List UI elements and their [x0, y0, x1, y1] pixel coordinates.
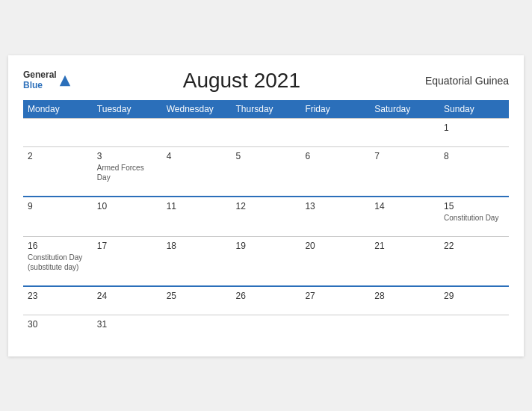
weekday-header-friday: Friday: [300, 100, 370, 119]
day-number: 13: [305, 201, 365, 211]
calendar-cell: [300, 315, 370, 343]
calendar-container: General Blue August 2021 Equatorial Guin…: [8, 55, 524, 356]
calendar-cell: 22: [439, 236, 509, 286]
day-number: 21: [374, 241, 435, 251]
day-number: 17: [97, 241, 158, 251]
calendar-cell: [162, 315, 232, 343]
calendar-cell: 18: [162, 236, 232, 286]
day-number: 20: [305, 241, 365, 251]
day-event: Constitution Day: [444, 213, 504, 223]
logo: General Blue: [23, 70, 72, 90]
calendar-cell: 15Constitution Day: [439, 197, 509, 237]
weekday-header-tuesday: Tuesday: [93, 100, 162, 119]
calendar-cell: 13: [300, 197, 370, 237]
calendar-row: 3031: [23, 315, 509, 343]
calendar-cell: [232, 118, 301, 146]
day-number: 10: [97, 201, 158, 211]
day-number: 18: [167, 241, 227, 251]
day-number: 7: [374, 151, 435, 161]
day-event: Armed Forces Day: [97, 163, 158, 182]
calendar-row: 16Constitution Day (substitute day)17181…: [23, 236, 509, 286]
logo-blue-text: Blue: [23, 81, 57, 90]
calendar-header: General Blue August 2021 Equatorial Guin…: [23, 69, 509, 93]
day-number: 9: [28, 201, 88, 211]
calendar-row: 23Armed Forces Day45678: [23, 146, 509, 197]
day-number: 26: [236, 291, 297, 301]
day-number: 4: [167, 151, 227, 161]
calendar-cell: [162, 118, 232, 146]
calendar-cell: 4: [162, 146, 232, 197]
day-number: 22: [444, 241, 504, 251]
calendar-row: 1: [23, 118, 509, 146]
day-number: 5: [236, 151, 297, 161]
calendar-cell: 3Armed Forces Day: [93, 146, 162, 197]
calendar-cell: 19: [232, 236, 301, 286]
calendar-cell: 6: [300, 146, 370, 197]
calendar-cell: 5: [232, 146, 301, 197]
calendar-cell: [370, 315, 439, 343]
calendar-cell: 12: [232, 197, 301, 237]
calendar-cell: 30: [23, 315, 93, 343]
calendar-cell: 7: [370, 146, 439, 197]
calendar-cell: [370, 118, 439, 146]
svg-marker-0: [60, 75, 70, 85]
day-number: 27: [305, 291, 365, 301]
calendar-cell: [300, 118, 370, 146]
day-number: 15: [444, 201, 504, 211]
calendar-table: MondayTuesdayWednesdayThursdayFridaySatu…: [23, 100, 509, 343]
calendar-cell: 28: [370, 286, 439, 315]
calendar-cell: 1: [439, 118, 509, 146]
day-number: 8: [444, 151, 504, 161]
weekday-header-wednesday: Wednesday: [162, 100, 232, 119]
calendar-cell: [439, 315, 509, 343]
calendar-cell: 2: [23, 146, 93, 197]
calendar-cell: 9: [23, 197, 93, 237]
day-number: 6: [305, 151, 365, 161]
calendar-title: August 2021: [72, 69, 412, 93]
calendar-cell: 27: [300, 286, 370, 315]
logo-icon: [58, 74, 72, 87]
day-number: 12: [236, 201, 297, 211]
day-number: 11: [167, 201, 227, 211]
calendar-cell: [23, 118, 93, 146]
weekday-header-row: MondayTuesdayWednesdayThursdayFridaySatu…: [23, 100, 509, 119]
calendar-cell: 11: [162, 197, 232, 237]
calendar-cell: 14: [370, 197, 439, 237]
calendar-row: 23242526272829: [23, 286, 509, 315]
calendar-cell: [232, 315, 301, 343]
calendar-cell: 26: [232, 286, 301, 315]
day-event: Constitution Day (substitute day): [28, 253, 88, 272]
logo-general-text: General: [23, 70, 57, 80]
calendar-cell: 16Constitution Day (substitute day): [23, 236, 93, 286]
day-number: 30: [28, 319, 88, 330]
day-number: 2: [28, 151, 88, 161]
day-number: 24: [97, 291, 158, 301]
weekday-header-saturday: Saturday: [370, 100, 439, 119]
weekday-header-thursday: Thursday: [232, 100, 301, 119]
calendar-cell: [93, 118, 162, 146]
day-number: 29: [444, 291, 504, 301]
day-number: 31: [97, 319, 158, 330]
calendar-cell: 17: [93, 236, 162, 286]
calendar-cell: 25: [162, 286, 232, 315]
weekday-header-sunday: Sunday: [439, 100, 509, 119]
day-number: 19: [236, 241, 297, 251]
day-number: 3: [97, 151, 158, 161]
calendar-cell: 20: [300, 236, 370, 286]
calendar-cell: 10: [93, 197, 162, 237]
day-number: 25: [167, 291, 227, 301]
weekday-header-monday: Monday: [23, 100, 93, 119]
day-number: 16: [28, 241, 88, 251]
calendar-cell: 8: [439, 146, 509, 197]
day-number: 28: [374, 291, 435, 301]
calendar-cell: 21: [370, 236, 439, 286]
calendar-cell: 24: [93, 286, 162, 315]
day-number: 14: [374, 201, 435, 211]
day-number: 1: [444, 123, 504, 133]
calendar-row: 9101112131415Constitution Day: [23, 197, 509, 237]
calendar-cell: 31: [93, 315, 162, 343]
calendar-cell: 23: [23, 286, 93, 315]
calendar-cell: 29: [439, 286, 509, 315]
country-name: Equatorial Guinea: [412, 75, 509, 87]
day-number: 23: [28, 291, 88, 301]
